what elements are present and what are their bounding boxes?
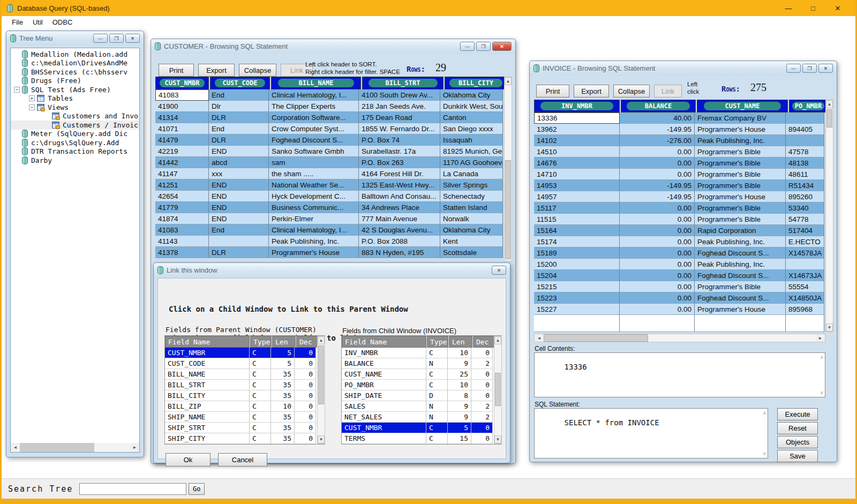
- table-cell[interactable]: Programmer's House: [269, 247, 359, 258]
- table-cell[interactable]: [209, 236, 269, 247]
- field-cell[interactable]: 0: [295, 433, 316, 444]
- field-row[interactable]: SHIP_STRTC350: [165, 423, 325, 433]
- field-cell[interactable]: 0: [471, 348, 493, 358]
- scroll-thumb[interactable]: [495, 373, 501, 406]
- field-cell[interactable]: 10: [271, 401, 295, 412]
- field-cell[interactable]: SHIP_NAME: [165, 412, 250, 423]
- field-cell[interactable]: TERMS: [342, 433, 426, 444]
- invoice-export-button[interactable]: Export: [574, 85, 609, 97]
- field-cell[interactable]: PO_NMBR: [342, 380, 426, 390]
- customer-restore-button[interactable]: ❐: [476, 42, 491, 51]
- table-cell[interactable]: Norwalk: [440, 213, 503, 224]
- table-cell[interactable]: Silver Springs: [440, 179, 503, 191]
- field-cell[interactable]: C: [426, 348, 448, 358]
- customer-collapse-button[interactable]: Collapse: [239, 64, 276, 77]
- table-cell[interactable]: -149.95: [620, 191, 695, 202]
- field-cell[interactable]: 0: [471, 433, 493, 444]
- scroll-thumb[interactable]: [505, 160, 511, 259]
- table-cell[interactable]: DLR: [209, 134, 269, 146]
- table-cell[interactable]: 54778: [786, 214, 824, 225]
- table-cell[interactable]: 55554: [786, 281, 824, 292]
- tree-item[interactable]: c:\drugs\SqlQuery.Add: [11, 138, 139, 147]
- field-cell[interactable]: SHIP_DATE: [342, 390, 426, 401]
- invoice-restore-button[interactable]: ❐: [802, 64, 817, 73]
- field-cell[interactable]: N: [426, 401, 448, 412]
- table-cell[interactable]: P.O. Box 263: [359, 157, 440, 168]
- tree-item[interactable]: Medallion (Medalion.add: [11, 50, 139, 59]
- table-row[interactable]: 152270.00Programmer's House895968: [534, 304, 824, 315]
- scroll-down-icon[interactable]: ▼: [494, 435, 501, 443]
- field-cell[interactable]: 0: [471, 369, 493, 380]
- table-cell[interactable]: Programmer's Bible: [695, 202, 786, 214]
- column-header-bill_city[interactable]: BILL_CITY: [445, 77, 507, 89]
- table-cell[interactable]: Issaquah: [440, 134, 503, 146]
- field-cell[interactable]: 35: [271, 433, 295, 444]
- table-row[interactable]: 41900DlrThe Clipper Experts218 Jan Seeds…: [155, 101, 503, 112]
- field-cell[interactable]: BILL_CITY: [165, 390, 250, 401]
- table-cell[interactable]: Peak Publishing, Inc.: [695, 135, 786, 146]
- tree-item[interactable]: BHSServices (c:\bhsserv: [11, 67, 139, 77]
- table-cell[interactable]: Dunkirk West, South: [440, 101, 503, 112]
- field-row[interactable]: NET_SALESN92: [342, 412, 501, 423]
- table-cell[interactable]: 175 Dean Road: [359, 112, 440, 123]
- objects-button[interactable]: Objects: [777, 436, 818, 448]
- table-cell[interactable]: End: [209, 89, 269, 101]
- table-cell[interactable]: 41779: [155, 202, 209, 213]
- table-cell[interactable]: 14102: [534, 135, 620, 146]
- table-cell[interactable]: 0.00: [620, 169, 695, 180]
- tree-item[interactable]: Meter (SqlQuery.add Dic: [11, 130, 139, 139]
- field-row[interactable]: SHIP_NAMEC350: [165, 412, 325, 423]
- table-cell[interactable]: 15227: [534, 304, 620, 315]
- scroll-up-icon[interactable]: ▲: [318, 336, 325, 344]
- field-cell[interactable]: 0: [295, 380, 316, 390]
- table-cell[interactable]: Peak Publishing, Inc.: [269, 236, 359, 247]
- table-cell[interactable]: Programmer's House: [695, 124, 786, 135]
- table-cell[interactable]: [786, 112, 824, 124]
- child-fields-scrollbar[interactable]: ▲ ▼: [494, 336, 502, 444]
- field-cell[interactable]: 0: [295, 348, 316, 358]
- table-cell[interactable]: 14957: [534, 191, 620, 202]
- field-row[interactable]: INV_NMBRC100: [342, 348, 501, 358]
- table-cell[interactable]: END: [209, 179, 269, 191]
- parent-fields-scrollbar[interactable]: ▲ ▼: [317, 336, 325, 444]
- field-cell[interactable]: C: [250, 348, 271, 358]
- tree-close-button[interactable]: ✕: [125, 34, 140, 43]
- field-row[interactable]: BILL_CITYC350: [165, 390, 325, 401]
- table-cell[interactable]: 13336: [534, 112, 620, 124]
- field-cell[interactable]: N: [426, 412, 448, 423]
- table-cell[interactable]: 218 Jan Seeds Ave.: [359, 101, 440, 112]
- field-cell[interactable]: 0: [295, 369, 316, 380]
- table-cell[interactable]: 4164 Forest Hill Dr.: [359, 168, 440, 179]
- field-cell[interactable]: 35: [271, 423, 295, 433]
- field-cell[interactable]: 35: [271, 369, 295, 380]
- expand-plus-icon[interactable]: +: [29, 95, 35, 101]
- table-row[interactable]: 14102-276.00Peak Publishing, Inc.: [534, 135, 824, 146]
- field-cell[interactable]: 2: [471, 358, 493, 369]
- menu-file[interactable]: File: [7, 17, 28, 27]
- customer-close-button[interactable]: ✕: [492, 42, 512, 51]
- table-cell[interactable]: 41314: [155, 112, 209, 123]
- tree-item[interactable]: −Views: [11, 103, 139, 112]
- table-cell[interactable]: [786, 259, 824, 270]
- field-row[interactable]: TERMSC150: [342, 433, 501, 444]
- customer-vertical-scrollbar[interactable]: ▲: [504, 77, 512, 261]
- field-row[interactable]: CUST_CODEC50: [165, 358, 325, 369]
- search-tree-input[interactable]: [79, 483, 186, 495]
- field-cell[interactable]: 2: [471, 401, 493, 412]
- invoice-minimize-button[interactable]: —: [786, 64, 801, 73]
- table-cell[interactable]: Programmer's House: [695, 191, 786, 202]
- column-header-inv_nmbr[interactable]: INV_NMBR: [534, 100, 620, 112]
- table-cell[interactable]: Programmer's Bible: [695, 146, 786, 157]
- tree-expander[interactable]: +: [29, 95, 37, 101]
- reset-button[interactable]: Reset: [777, 422, 818, 434]
- field-row[interactable]: CUST_NAMEC250: [342, 369, 501, 380]
- column-header-type[interactable]: Type: [427, 336, 448, 348]
- invoice-close-button[interactable]: ✕: [818, 64, 833, 73]
- field-cell[interactable]: 5: [271, 358, 295, 369]
- scroll-up-icon[interactable]: ▲: [826, 100, 833, 108]
- table-cell[interactable]: DLR: [209, 247, 269, 258]
- table-cell[interactable]: Canton: [440, 112, 503, 123]
- table-cell[interactable]: National Weather Se...: [269, 179, 359, 191]
- save-button[interactable]: Save: [777, 450, 818, 462]
- table-row[interactable]: 152150.00Programmer's Bible55554: [534, 281, 824, 292]
